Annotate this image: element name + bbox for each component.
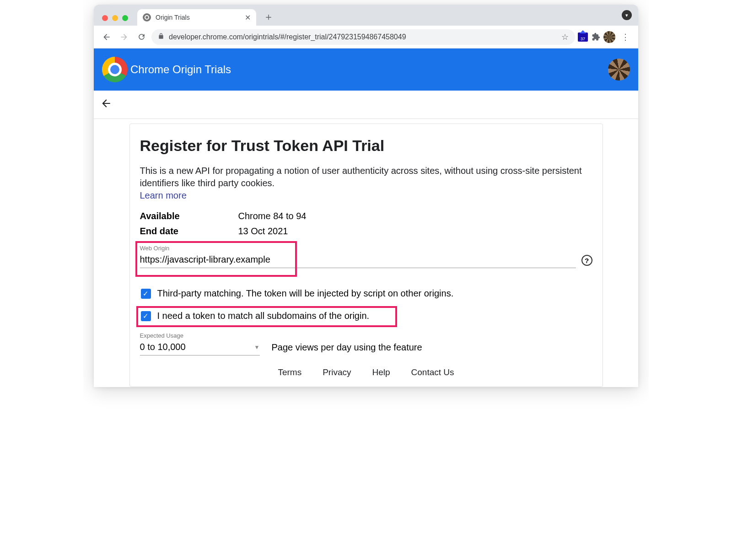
- help-link[interactable]: Help: [372, 367, 390, 377]
- profile-avatar[interactable]: [603, 31, 615, 43]
- maximize-window-icon[interactable]: [122, 15, 128, 21]
- expected-usage-select[interactable]: 0 to 10,000 ▼: [140, 340, 260, 355]
- expected-usage-description: Page views per day using the feature: [272, 342, 422, 355]
- arrow-left-icon: [100, 97, 112, 109]
- subdomain-option[interactable]: ✓ I need a token to match all subdomains…: [140, 308, 592, 324]
- back-bar: [94, 91, 638, 119]
- web-origin-label: Web Origin: [140, 245, 592, 252]
- globe-icon: [143, 13, 151, 22]
- web-origin-input[interactable]: [140, 253, 576, 268]
- page-header: Chrome Origin Trials: [94, 48, 638, 91]
- third-party-label: Third-party matching. The token will be …: [157, 288, 454, 299]
- header-title: Chrome Origin Trials: [130, 63, 231, 76]
- window-controls: [99, 15, 133, 26]
- expected-usage-field: Expected Usage 0 to 10,000 ▼ Page views …: [140, 332, 592, 355]
- arrow-left-icon: [102, 32, 111, 42]
- card-title: Register for Trust Token API Trial: [140, 137, 592, 155]
- tab-overflow-icon[interactable]: ▾: [622, 10, 632, 20]
- options-block: ✓ Third-party matching. The token will b…: [140, 285, 592, 324]
- card-description: This is a new API for propagating a noti…: [140, 165, 592, 189]
- url-text: developer.chrome.com/origintrials/#/regi…: [169, 33, 406, 41]
- end-date-value: 13 Oct 2021: [238, 226, 288, 237]
- available-label: Available: [140, 211, 238, 221]
- third-party-option[interactable]: ✓ Third-party matching. The token will b…: [140, 285, 592, 302]
- expected-usage-label: Expected Usage: [140, 332, 260, 339]
- new-tab-button[interactable]: ＋: [262, 10, 275, 24]
- end-date-label: End date: [140, 226, 238, 237]
- address-bar[interactable]: developer.chrome.com/origintrials/#/regi…: [151, 29, 575, 45]
- footer-links: Terms Privacy Help Contact Us: [140, 367, 592, 377]
- chrome-logo-icon: [102, 57, 128, 82]
- subdomain-label: I need a token to match all subdomains o…: [157, 311, 370, 321]
- star-icon[interactable]: ☆: [561, 32, 569, 42]
- user-avatar[interactable]: [608, 59, 630, 81]
- tab-strip: Origin Trials ✕ ＋ ▾: [94, 5, 638, 26]
- expected-usage-value: 0 to 10,000: [140, 342, 186, 352]
- extension-badge[interactable]: 37: [578, 32, 588, 42]
- checkbox-checked-icon[interactable]: ✓: [141, 311, 151, 321]
- browser-window: Origin Trials ✕ ＋ ▾ developer.chrome.com…: [94, 5, 638, 387]
- reload-icon: [137, 32, 146, 41]
- browser-toolbar: developer.chrome.com/origintrials/#/regi…: [94, 26, 638, 48]
- learn-more-link[interactable]: Learn more: [140, 190, 592, 201]
- close-window-icon[interactable]: [102, 15, 108, 21]
- browser-menu-icon[interactable]: ⋮: [618, 30, 633, 44]
- arrow-right-icon: [119, 32, 129, 42]
- extensions-icon[interactable]: [591, 32, 601, 42]
- back-button[interactable]: [99, 30, 114, 44]
- chevron-down-icon: ▼: [254, 344, 260, 350]
- checkbox-checked-icon[interactable]: ✓: [141, 289, 151, 299]
- close-tab-icon[interactable]: ✕: [245, 13, 251, 22]
- available-row: Available Chrome 84 to 94: [140, 211, 592, 221]
- available-value: Chrome 84 to 94: [238, 211, 307, 221]
- page-back-button[interactable]: [100, 97, 112, 112]
- forward-button[interactable]: [117, 30, 131, 44]
- privacy-link[interactable]: Privacy: [323, 367, 351, 377]
- reload-button[interactable]: [134, 30, 149, 44]
- browser-tab[interactable]: Origin Trials ✕: [137, 9, 256, 26]
- minimize-window-icon[interactable]: [112, 15, 118, 21]
- help-icon[interactable]: ?: [581, 255, 592, 266]
- end-date-row: End date 13 Oct 2021: [140, 226, 592, 237]
- tab-title: Origin Trials: [156, 14, 190, 21]
- lock-icon: [158, 33, 164, 41]
- web-origin-field: Web Origin ?: [140, 245, 592, 268]
- terms-link[interactable]: Terms: [278, 367, 301, 377]
- contact-link[interactable]: Contact Us: [411, 367, 454, 377]
- registration-card: Register for Trust Token API Trial This …: [129, 124, 603, 387]
